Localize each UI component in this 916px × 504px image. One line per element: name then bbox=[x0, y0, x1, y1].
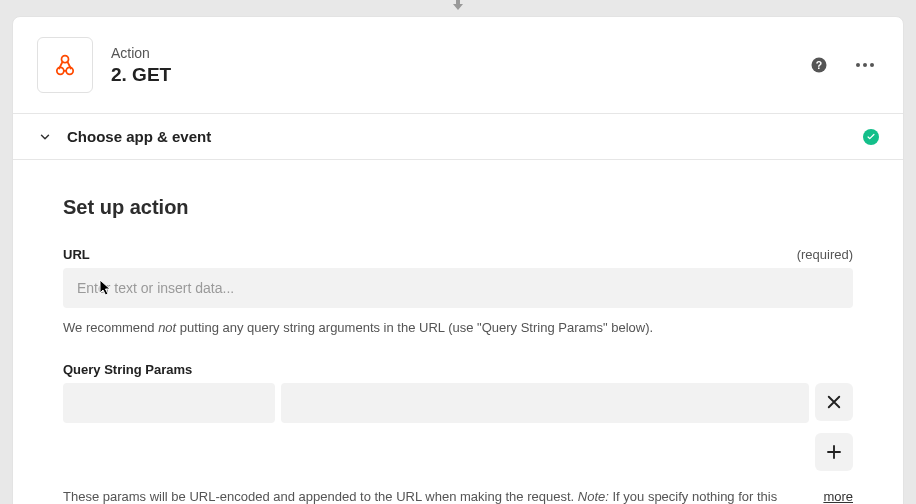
app-icon bbox=[37, 37, 93, 93]
help-button[interactable]: ? bbox=[805, 51, 833, 79]
url-label-row: URL (required) bbox=[63, 247, 853, 262]
more-icon bbox=[856, 63, 874, 67]
qsp-label: Query String Params bbox=[63, 362, 192, 377]
url-label: URL bbox=[63, 247, 90, 262]
section-label: Choose app & event bbox=[67, 128, 211, 145]
url-input[interactable] bbox=[63, 268, 853, 308]
card-header: Action 2. GET ? bbox=[13, 17, 903, 114]
qsp-helper: These params will be URL-encoded and app… bbox=[63, 487, 853, 505]
svg-point-1 bbox=[66, 67, 73, 74]
close-icon bbox=[825, 393, 843, 411]
qsp-remove-button[interactable] bbox=[815, 383, 853, 421]
header-text: Action 2. GET bbox=[111, 44, 171, 86]
setup-heading: Set up action bbox=[63, 196, 853, 219]
url-helper: We recommend not putting any query strin… bbox=[63, 318, 853, 338]
action-card: Action 2. GET ? Choose app & event Set u… bbox=[12, 16, 904, 504]
qsp-add-button[interactable] bbox=[815, 433, 853, 471]
chevron-down-icon bbox=[37, 130, 53, 144]
plus-icon bbox=[825, 443, 843, 461]
flow-divider bbox=[0, 0, 916, 16]
more-link[interactable]: more bbox=[823, 487, 853, 505]
action-subtitle: Action bbox=[111, 44, 171, 64]
qsp-value-input[interactable] bbox=[281, 383, 809, 423]
more-menu-button[interactable] bbox=[851, 51, 879, 79]
url-required: (required) bbox=[797, 247, 853, 262]
action-title: 2. GET bbox=[111, 64, 171, 86]
svg-text:?: ? bbox=[816, 59, 822, 71]
status-badge bbox=[863, 129, 879, 145]
webhook-icon bbox=[51, 51, 79, 79]
check-icon bbox=[866, 132, 876, 142]
qsp-row bbox=[63, 383, 853, 423]
qsp-key-input[interactable] bbox=[63, 383, 275, 423]
setup-action-body: Set up action URL (required) We recommen… bbox=[13, 160, 903, 504]
qsp-label-row: Query String Params bbox=[63, 362, 853, 377]
help-icon: ? bbox=[810, 56, 828, 74]
choose-app-event-row[interactable]: Choose app & event bbox=[13, 114, 903, 160]
svg-point-0 bbox=[57, 67, 64, 74]
